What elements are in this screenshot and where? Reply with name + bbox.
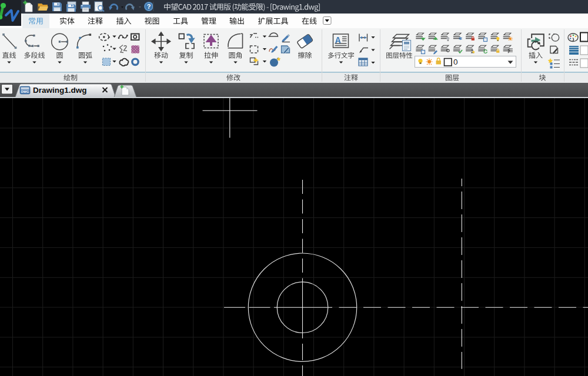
svg-text:Drawing1.dwg: Drawing1.dwg: [33, 86, 87, 95]
svg-text:0: 0: [453, 58, 458, 66]
svg-text:DWG: DWG: [21, 90, 29, 93]
svg-text:?: ?: [147, 3, 151, 10]
